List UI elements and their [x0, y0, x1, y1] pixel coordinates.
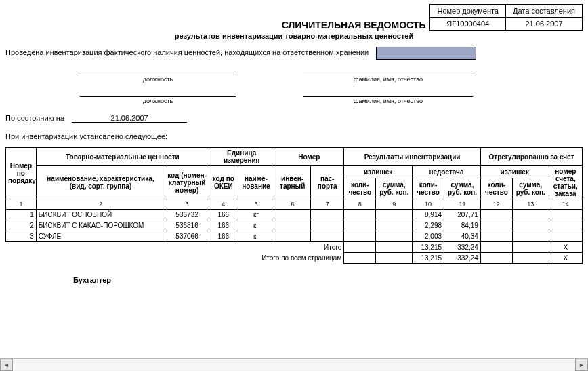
total-row-1: Итого 13,215 332,24 Х [6, 242, 583, 253]
col-surplus: излишек [344, 166, 413, 178]
horizontal-scrollbar[interactable]: ◄ ► [0, 358, 588, 371]
col-number: Номер [274, 148, 344, 166]
col-unit: Единица измерения [209, 148, 274, 166]
document-page: СЛИЧИТЕЛЬНАЯ ВЕДОМОСТЬ Номер документа Д… [0, 0, 588, 371]
col-name: наименование, характеристика, (вид, сорт… [36, 166, 165, 199]
position-caption-2: должность [80, 98, 236, 104]
total-row-2: Итого по всем страницам 13,215 332,24 Х [6, 253, 583, 264]
position-caption-1: должность [80, 76, 236, 83]
col-sum-2: сумма, руб. коп. [444, 178, 481, 199]
scroll-track[interactable] [13, 359, 575, 370]
col-acct: номер счета, статьи, заказа [549, 166, 582, 199]
col-inv: инвен- тарный [274, 166, 311, 199]
total-label-1: Итого [6, 242, 344, 253]
col-qty-1: коли- чество [344, 178, 376, 199]
title-block: СЛИЧИТЕЛЬНАЯ ВЕДОМОСТЬ [5, 20, 429, 31]
signature-row-2: должность фамилия, имя, отчество [5, 87, 583, 104]
table-row: 2 БИСКВИТ С КАКАО-ПОРОШКОМ 536816 166 кг… [6, 220, 583, 231]
col-order: Номер по порядку [6, 148, 37, 199]
total-label-2: Итого по всем страницам [6, 253, 344, 264]
col-unitname: наиме- нование [238, 166, 274, 199]
col-qty-3: коли- чество [480, 178, 512, 199]
position-line-1[interactable] [80, 65, 236, 75]
responsible-field[interactable] [376, 47, 476, 60]
position-line-2[interactable] [80, 87, 236, 97]
state-date: 21.06.2007 [72, 114, 187, 123]
scroll-left-icon[interactable]: ◄ [0, 359, 13, 371]
col-okei: код по ОКЕИ [209, 166, 238, 199]
doc-num-value: ЯГ10000404 [430, 18, 506, 31]
doc-date-label: Дата составления [506, 5, 583, 18]
fio-line-2[interactable] [303, 87, 473, 97]
col-tmc: Товарно-материальные ценности [36, 148, 209, 166]
table-row: 3 СУФЛЕ 537066 166 кг 2,003 40,34 [6, 231, 583, 242]
col-pass: пас- порта [311, 166, 344, 199]
header-row-1: Номер по порядку Товарно-материальные це… [6, 148, 583, 166]
doc-subtitle: результатов инвентаризации товарно-матер… [5, 32, 583, 40]
intro-line: Проведена инвентаризация фактического на… [5, 47, 583, 60]
note-line: При инвентаризации установлено следующее… [5, 132, 583, 140]
doc-date-value: 21.06.2007 [506, 18, 583, 31]
header-row: СЛИЧИТЕЛЬНАЯ ВЕДОМОСТЬ Номер документа Д… [5, 4, 583, 31]
state-label: По состоянию на [5, 114, 64, 122]
scroll-right-icon[interactable]: ► [575, 359, 588, 371]
col-qty-2: коли- чество [413, 178, 444, 199]
doc-num-label: Номер документа [430, 5, 506, 18]
col-shortage: недостача [413, 166, 481, 178]
fio-caption-2: фамилия, имя, отчество [303, 98, 473, 104]
fio-line-1[interactable] [303, 65, 473, 75]
fio-caption-1: фамилия, имя, отчество [303, 76, 473, 83]
state-line: По состоянию на 21.06.2007 [5, 114, 583, 123]
col-code: код (номен- клатурный номер) [165, 166, 209, 199]
col-surplus-2: излишек [480, 166, 549, 178]
header-row-2: наименование, характеристика, (вид, сорт… [6, 166, 583, 178]
doc-title: СЛИЧИТЕЛЬНАЯ ВЕДОМОСТЬ [282, 20, 426, 31]
intro-text: Проведена инвентаризация фактического на… [5, 48, 369, 56]
doc-meta-table: Номер документа Дата составления ЯГ10000… [429, 4, 583, 31]
accountant-label: Бухгалтер [73, 276, 583, 284]
col-sum-3: сумма, руб. коп. [512, 178, 549, 199]
table-row: 1 БИСКВИТ ОСНОВНОЙ 536732 166 кг 8,914 2… [6, 210, 583, 220]
col-adjusted: Отрегулированно за счет [480, 148, 582, 166]
signature-row-1: должность фамилия, имя, отчество [5, 65, 583, 83]
column-number-row: 12 34 56 78 910 1112 1314 [6, 199, 583, 210]
main-table: Номер по порядку Товарно-материальные це… [5, 147, 583, 264]
col-sum-1: сумма, руб. коп. [376, 178, 413, 199]
col-results: Результаты инвентаризации [344, 148, 481, 166]
